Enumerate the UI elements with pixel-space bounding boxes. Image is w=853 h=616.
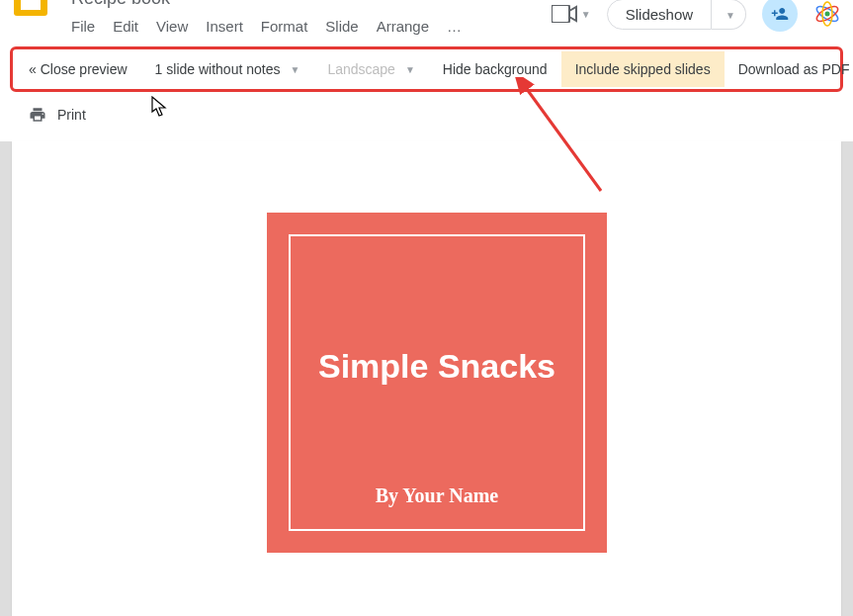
slides-per-page-dropdown[interactable]: 1 slide without notes ▼: [141, 51, 314, 87]
preview-canvas: Simple Snacks By Your Name: [0, 141, 853, 616]
menu-slide[interactable]: Slide: [325, 18, 358, 35]
svg-rect-0: [552, 5, 569, 23]
page-paper: Simple Snacks By Your Name: [12, 141, 841, 616]
slideshow-dropdown[interactable]: ▼: [712, 0, 746, 30]
menu-insert[interactable]: Insert: [206, 18, 243, 35]
chevron-down-icon: ▼: [725, 10, 735, 21]
annotation-highlight-box: « Close preview 1 slide without notes ▼ …: [10, 46, 843, 92]
print-preview-toolbar: « Close preview 1 slide without notes ▼ …: [15, 51, 838, 87]
slide-subtitle: By Your Name: [376, 484, 498, 507]
menu-format[interactable]: Format: [261, 18, 308, 35]
slide-thumbnail: Simple Snacks By Your Name: [267, 213, 607, 553]
hide-background-toggle[interactable]: Hide background: [429, 51, 561, 87]
chevron-down-icon: ▼: [290, 64, 299, 75]
slide-inner-frame: Simple Snacks By Your Name: [289, 234, 585, 531]
share-button[interactable]: [762, 0, 798, 32]
download-pdf-button[interactable]: Download as PDF: [725, 51, 853, 87]
doc-title[interactable]: Recipe book: [71, 0, 170, 9]
print-row: Print: [0, 92, 853, 133]
chevron-down-icon: ▼: [405, 64, 415, 75]
slideshow-split-button: Slideshow ▼: [607, 0, 746, 30]
app-header: Recipe book ▼ Slideshow ▼: [0, 0, 853, 14]
include-skipped-slides-toggle[interactable]: Include skipped slides: [561, 51, 725, 87]
slides-per-page-label: 1 slide without notes: [155, 61, 281, 77]
menu-file[interactable]: File: [71, 18, 95, 35]
chevron-down-icon: ▼: [581, 9, 591, 20]
print-icon: [28, 106, 47, 124]
menu-view[interactable]: View: [156, 18, 188, 35]
person-add-icon: [771, 5, 789, 23]
slides-logo: [14, 0, 47, 16]
menu-arrange[interactable]: Arrange: [377, 18, 429, 35]
menu-more[interactable]: …: [447, 18, 462, 35]
print-button[interactable]: Print: [57, 107, 86, 123]
svg-point-4: [825, 12, 830, 17]
close-preview-button[interactable]: « Close preview: [15, 51, 141, 87]
orientation-dropdown[interactable]: Landscape ▼: [313, 51, 428, 87]
header-right-cluster: ▼ Slideshow ▼: [552, 0, 841, 32]
slide-title: Simple Snacks: [318, 347, 555, 386]
menu-edit[interactable]: Edit: [113, 18, 138, 35]
extension-atom-icon[interactable]: [813, 0, 841, 28]
slideshow-button[interactable]: Slideshow: [607, 0, 712, 30]
orientation-label: Landscape: [327, 61, 395, 77]
meet-camera-icon[interactable]: ▼: [552, 0, 591, 29]
